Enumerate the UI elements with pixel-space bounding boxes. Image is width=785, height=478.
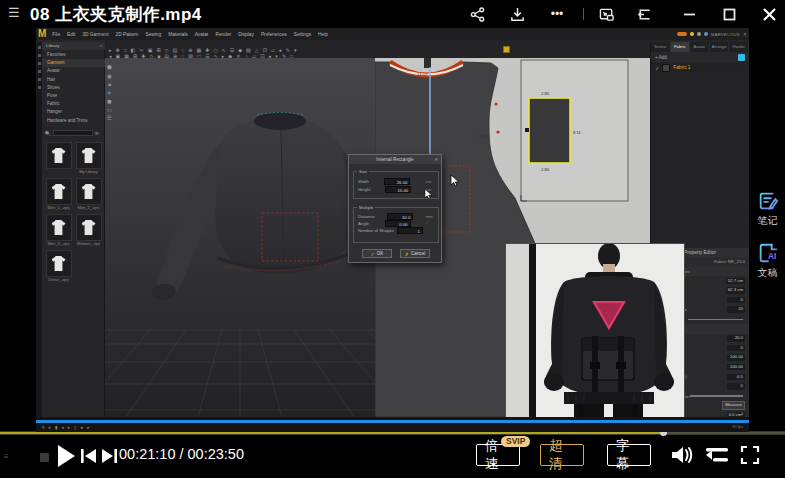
md-menu-item[interactable]: Help [318,32,328,37]
timeline-control-icon[interactable]: ◂ [61,424,63,431]
library-section-item[interactable]: Hanger [42,108,105,116]
object-browser-tab[interactable]: Avatar [690,42,710,52]
library-section-item[interactable]: Pose [42,92,105,100]
prev-video-icon[interactable] [40,453,49,462]
frame-forward-button[interactable] [101,448,118,464]
md-menubar: M FileEdit3D Garment2D PatternSewingMate… [36,28,749,40]
library-section-item[interactable]: Hair [42,76,105,84]
library-thumbnail[interactable]: Men_3_.zprj [45,214,72,247]
ok-button[interactable]: ✓OK [362,249,392,258]
library-search-input[interactable] [53,130,93,136]
md-menu-item[interactable]: Edit [67,32,75,37]
dialog-close-icon[interactable]: ✕ [434,155,438,164]
garment-thumbnail-image [46,250,72,277]
library-thumbnail[interactable]: Dress_.zprj [45,250,72,283]
speed-button[interactable]: 倍速 [476,444,520,466]
library-section-item[interactable]: Shoes [42,84,105,92]
timeline-control-icon[interactable]: ▮ [55,424,57,431]
timeline-control-icon[interactable]: ≡ [42,424,45,431]
library-section-item[interactable]: Hardware and Trims [42,117,105,125]
md-menu-item[interactable]: Preferences [261,32,287,37]
3d-scene [105,58,375,417]
viewport-toggle-icon[interactable]: ◼ [107,98,112,104]
md-menu-item[interactable]: Settings [294,32,311,37]
dim-label-collar: 14.02 [417,72,428,77]
library-thumbnail[interactable]: Women_.zprj [75,214,102,247]
share-icon[interactable] [466,4,488,24]
hamburger-menu-icon[interactable]: ☰ [8,6,20,20]
active-tool-icon[interactable] [503,46,510,53]
grid-view-icon[interactable]: ⊞ [95,131,99,136]
viewport-toggle-icon[interactable]: ⬟ [107,64,112,70]
minimize-button[interactable] [678,4,700,24]
timeline-control-icon[interactable]: ▸ [49,424,51,431]
library-thumbnail[interactable]: Men_1_.zprj [45,178,72,211]
object-browser-tab[interactable]: Fabric [671,42,691,52]
object-browser-tab[interactable]: Scene [651,42,671,52]
maximize-button[interactable] [718,4,740,24]
distance-input[interactable]: 10.0 [387,213,413,220]
check-icon: ✓ [655,65,659,71]
highlighted-tool-icon[interactable] [738,54,745,61]
close-button[interactable] [758,4,780,24]
library-thumbnail[interactable]: Men_2_.zprj [75,178,102,211]
cancel-button[interactable]: ✗Cancel [400,249,430,258]
close-tab-icon[interactable]: × [99,42,102,50]
timeline-control-icon[interactable]: ▸ [68,424,70,431]
playlist-icon[interactable] [704,446,730,464]
notes-button[interactable]: 笔记 [757,190,779,228]
library-section-item[interactable]: Avatar [42,67,105,75]
timeline-control-icon[interactable]: ● [80,424,83,431]
fabric-list-item[interactable]: ✓ Fabric 1 [651,62,749,73]
add-button[interactable]: + Add [655,55,667,60]
viewport-toggle-icon[interactable]: ✦ [107,90,112,96]
thumbnail-caption: Men_3_.zprj [47,241,69,247]
play-button[interactable] [56,444,76,468]
download-icon[interactable] [506,4,528,24]
fullscreen-icon[interactable] [740,445,760,465]
quality-button[interactable]: 超清 [540,444,584,466]
object-browser-tab[interactable]: Hardw [729,42,749,52]
md-menu-item[interactable]: Avatar [195,32,209,37]
video-content-area[interactable]: M FileEdit3D Garment2D PatternSewingMate… [36,28,749,432]
viewport-toggle-icon[interactable]: ☰ [107,115,112,121]
copies-input[interactable]: 1 [397,227,423,234]
viewport-toggle-icon[interactable]: ▲ [107,81,112,87]
mini-menu-icon[interactable]: ≡ [4,452,9,461]
dialog-titlebar[interactable]: Internal Rectangle ✕ [349,155,441,164]
library-thumbnail[interactable] [45,142,72,175]
transcript-button[interactable]: AI 文稿 [757,242,779,280]
md-menu-item[interactable]: 3D Garment [82,32,108,37]
3d-viewport[interactable]: ⬟◉▲✦◼▭☰ [105,58,375,417]
height-input[interactable]: 15.00 [385,186,411,193]
library-section-item[interactable]: Fabric [42,100,105,108]
viewport-toggle-icon[interactable]: ▭ [107,107,112,113]
md-menu-item[interactable]: Sewing [145,32,161,37]
width-input[interactable]: 26.00 [384,178,410,185]
dock-sidebar-icon[interactable] [633,4,655,24]
timeline-control-icon[interactable]: ▸ [87,424,89,431]
garment-thumbnail-image [76,214,102,241]
angle-input[interactable]: 0.00 [385,220,411,227]
md-close-icon[interactable]: ✕ [743,31,747,37]
library-thumbnail[interactable]: My Library [75,142,102,175]
md-menu-item[interactable]: Display [238,32,254,37]
subtitle-button[interactable]: 字幕 [607,444,651,466]
object-browser-empty [651,73,749,248]
library-tab[interactable]: Library× [42,42,105,50]
timeline-control-icon[interactable]: ▯ [74,424,76,431]
library-section-item[interactable]: Favorites [42,51,105,59]
more-options-icon[interactable]: ••• [546,4,568,24]
md-menu-item[interactable]: File [52,32,60,37]
frame-back-button[interactable] [80,448,97,464]
md-menu-item[interactable]: Materials [168,32,187,37]
pip-icon[interactable] [596,4,618,24]
md-menu-item[interactable]: Render [215,32,231,37]
viewport-toggle-icon[interactable]: ◉ [107,73,112,79]
md-menu-item[interactable]: 2D Pattern [116,32,139,37]
timeline-progress-line[interactable] [36,420,749,423]
object-browser-tab[interactable]: Arrange [710,42,730,52]
reference-photo-window[interactable] [505,243,685,432]
volume-icon[interactable] [670,444,694,466]
library-section-item[interactable]: Garment [42,59,105,67]
